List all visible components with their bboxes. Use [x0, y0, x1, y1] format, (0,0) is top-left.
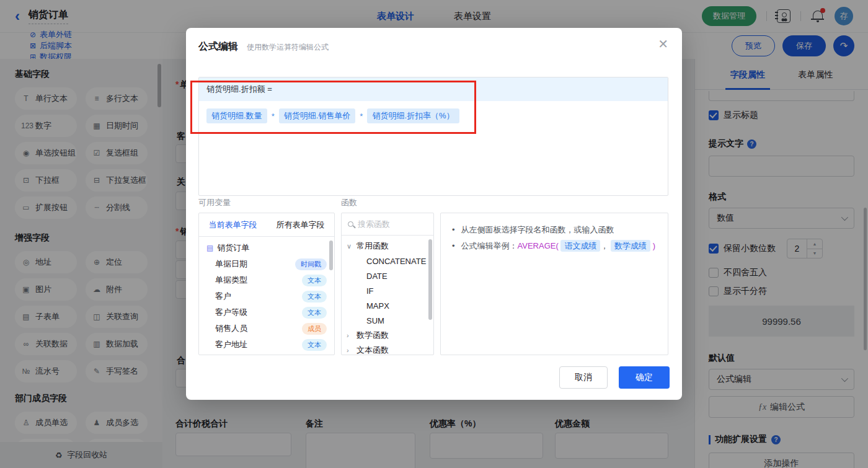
function-search-input[interactable] — [358, 219, 427, 229]
bullet: • — [452, 222, 455, 238]
formula-token[interactable]: * — [272, 112, 275, 121]
variable-item[interactable]: 文本 — [199, 353, 334, 355]
variable-type-badge: 时间戳 — [295, 258, 327, 270]
variable-name: 客户地址 — [215, 339, 302, 350]
formula-editor[interactable]: 销货明细.折扣额 = 销货明细.数量 * 销货明细.销售单价 * 销货明细.折扣… — [198, 77, 668, 196]
function-item[interactable]: › 文本函数 — [342, 343, 433, 355]
variable-name: 单据类型 — [215, 275, 302, 286]
cancel-button[interactable]: 取消 — [559, 366, 608, 389]
confirm-button[interactable]: 确定 — [619, 366, 670, 389]
function-item[interactable]: IF — [342, 283, 433, 298]
tab-current-form-fields[interactable]: 当前表单字段 — [199, 213, 267, 236]
function-name: DATE — [366, 272, 388, 281]
formula-target: 销货明细.折扣额 = — [199, 77, 668, 101]
variable-type-badge: 成员 — [302, 323, 327, 335]
tree-chevron-icon: ∨ — [347, 242, 353, 250]
functions-panel: ∨ 常用函数 CONCATENATE DATE IF — [341, 213, 434, 355]
functions-label: 函数 — [341, 197, 357, 208]
function-name: SUM — [366, 316, 384, 325]
function-item[interactable]: MAPX — [342, 298, 433, 313]
formula-token[interactable]: * — [360, 112, 363, 121]
close-icon[interactable]: ✕ — [658, 38, 668, 50]
document-icon: ▤ — [206, 244, 213, 252]
example-field-chip: 语文成绩 — [560, 240, 600, 252]
variables-scrollbar[interactable] — [329, 241, 333, 270]
variable-item[interactable]: 单据日期 时间戳 — [199, 256, 334, 272]
tree-chevron-icon: › — [347, 347, 353, 354]
formula-token[interactable]: 销货明细.销售单价 — [279, 108, 356, 123]
functions-scrollbar[interactable] — [428, 239, 432, 320]
dialog-title: 公式编辑 — [198, 40, 238, 53]
formula-help-panel: • 从左侧面板选择字段名和函数，或输入函数 • 公式编辑举例：AVERAGE( … — [440, 213, 668, 355]
variables-panel: 当前表单字段 所有表单字段 ▤ 销货订单 单据日期 时间戳 单据类型 文本 客户 — [198, 213, 335, 355]
tab-all-form-fields[interactable]: 所有表单字段 — [267, 213, 334, 236]
formula-edit-dialog: 公式编辑 使用数学运算符编辑公式 ✕ 销货明细.折扣额 = 销货明细.数量 * … — [186, 28, 682, 400]
example-field-chip: 数学成绩 — [611, 240, 650, 252]
function-item[interactable]: › 数学函数 — [342, 328, 433, 343]
variable-type-badge: 文本 — [302, 275, 327, 286]
search-icon — [348, 221, 353, 227]
dialog-subtitle: 使用数学运算符编辑公式 — [247, 42, 329, 53]
function-item[interactable]: DATE — [342, 268, 433, 283]
variable-item[interactable]: 客户等级 文本 — [199, 304, 334, 320]
variable-name: 客户 — [215, 291, 302, 302]
function-item[interactable]: CONCATENATE — [342, 254, 433, 268]
variable-type-badge: 文本 — [302, 291, 327, 302]
variable-item[interactable]: 客户 文本 — [199, 288, 334, 304]
help-line-1: 从左侧面板选择字段名和函数，或输入函数 — [461, 222, 614, 238]
tree-chevron-icon: › — [347, 332, 353, 339]
function-name: CONCATENATE — [366, 257, 426, 266]
function-name: 文本函数 — [356, 345, 389, 355]
function-item[interactable]: SUM — [342, 313, 433, 328]
variable-type-badge: 文本 — [302, 307, 327, 319]
function-name: IF — [366, 286, 374, 296]
formula-token[interactable]: 销货明细.数量 — [206, 108, 267, 123]
variable-name: 单据日期 — [215, 258, 295, 270]
variable-item[interactable]: 销售人员 成员 — [199, 320, 334, 337]
variable-item[interactable]: 单据类型 文本 — [199, 272, 334, 288]
variable-type-badge: 文本 — [302, 339, 327, 351]
example-function-close: ) — [653, 241, 655, 250]
formula-token[interactable]: 销货明细.折扣率（%） — [367, 108, 459, 123]
bullet: • — [452, 238, 455, 254]
variables-tree-root[interactable]: ▤ 销货订单 — [199, 240, 334, 256]
variable-type-badge: 文本 — [302, 355, 327, 356]
function-search[interactable] — [342, 213, 433, 236]
function-name: 数学函数 — [356, 330, 389, 341]
variable-item[interactable]: 客户地址 文本 — [199, 337, 334, 353]
help-line-2: 公式编辑举例：AVERAGE( 语文成绩， 数学成绩 ) — [461, 238, 655, 254]
function-item[interactable]: ∨ 常用函数 — [342, 239, 433, 254]
variable-name: 客户等级 — [215, 307, 302, 318]
variables-label: 可用变量 — [198, 197, 231, 208]
function-name: 常用函数 — [356, 241, 389, 252]
example-function-open: AVERAGE( — [518, 241, 559, 250]
function-name: MAPX — [366, 301, 389, 311]
variable-name: 销售人员 — [215, 323, 302, 334]
